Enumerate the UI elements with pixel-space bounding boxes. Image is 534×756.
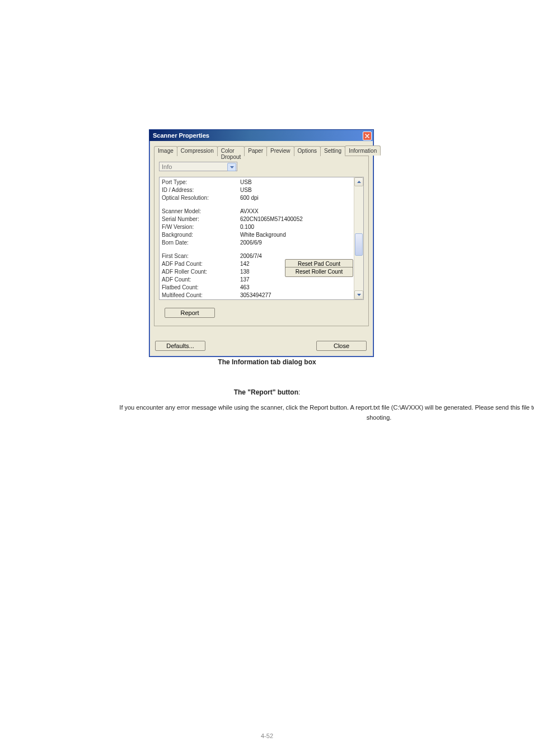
tab-options[interactable]: Options bbox=[294, 146, 321, 156]
caption-report-colon: : bbox=[298, 388, 300, 396]
label-adf-roller-count: ADF Roller Count: bbox=[162, 268, 240, 276]
value-serial-number: 620CN1065M571400052 bbox=[240, 215, 353, 223]
report-button[interactable]: Report bbox=[165, 308, 215, 318]
label-adf-count: ADF Count: bbox=[162, 276, 240, 284]
value-id-address: USB bbox=[240, 186, 353, 194]
label-born-date: Born Date: bbox=[162, 239, 240, 247]
scroll-thumb[interactable] bbox=[355, 233, 363, 256]
value-born-date: 2006/6/9 bbox=[240, 239, 353, 247]
label-first-scan: First Scan: bbox=[162, 252, 240, 260]
scroll-down-icon[interactable] bbox=[354, 290, 363, 299]
caption-report-head-bold: The "Report" button bbox=[234, 388, 298, 396]
value-multifeed-count: 3053494277 bbox=[240, 292, 353, 299]
label-adf-pad-count: ADF Pad Count: bbox=[162, 260, 240, 268]
value-adf-count: 137 bbox=[240, 276, 353, 284]
window-title: Scanner Properties bbox=[153, 132, 209, 139]
tab-information[interactable]: Information bbox=[345, 145, 381, 156]
tab-image[interactable]: Image bbox=[154, 146, 177, 156]
titlebar: Scanner Properties bbox=[149, 130, 373, 141]
label-scanner-model: Scanner Model: bbox=[162, 208, 240, 215]
value-adf-roller-count: 138 bbox=[240, 268, 282, 276]
caption-title: The Information tab dialog box bbox=[0, 358, 534, 366]
chevron-down-icon[interactable] bbox=[227, 163, 236, 171]
scrollbar[interactable] bbox=[354, 177, 363, 299]
close-icon[interactable] bbox=[363, 132, 372, 140]
defaults-button[interactable]: Defaults... bbox=[155, 341, 205, 351]
tab-setting[interactable]: Setting bbox=[320, 146, 345, 156]
label-flatbed-count: Flatbed Count: bbox=[162, 284, 240, 292]
value-jam-count: 738247176 bbox=[240, 299, 353, 300]
tab-strip: Image Compression Color Dropout Paper Pr… bbox=[154, 145, 369, 156]
label-multifeed-count: Multifeed Count: bbox=[162, 292, 240, 299]
value-background: White Background bbox=[240, 231, 353, 239]
value-fw-version: 0.100 bbox=[240, 223, 353, 231]
scanner-properties-dialog: Scanner Properties Image Compression Col… bbox=[149, 129, 374, 357]
info-combo[interactable]: Info bbox=[159, 162, 237, 171]
tabpane-information: Info Port Type:USB ID / Address:USB Opti… bbox=[154, 156, 369, 326]
caption-report-body: If you encounter any error message while… bbox=[0, 403, 534, 422]
value-adf-pad-count: 142 bbox=[240, 260, 282, 268]
tab-compression[interactable]: Compression bbox=[177, 146, 218, 156]
label-id-address: ID / Address: bbox=[162, 186, 240, 194]
info-combo-value: Info bbox=[162, 163, 172, 170]
value-optical-resolution: 600 dpi bbox=[240, 194, 353, 202]
value-scanner-model: AVXXX bbox=[240, 208, 353, 215]
label-optical-resolution: Optical Resolution: bbox=[162, 194, 240, 202]
scroll-up-icon[interactable] bbox=[354, 177, 363, 186]
caption-report-head: The "Report" button: bbox=[0, 388, 534, 396]
info-list: Port Type:USB ID / Address:USB Optical R… bbox=[159, 177, 364, 300]
label-serial-number: Serial Number: bbox=[162, 215, 240, 223]
tab-color-dropout[interactable]: Color Dropout bbox=[217, 146, 245, 156]
label-port-type: Port Type: bbox=[162, 179, 240, 186]
tab-preview[interactable]: Preview bbox=[266, 146, 294, 156]
page-number: 4-52 bbox=[0, 732, 534, 739]
label-background: Background: bbox=[162, 231, 240, 239]
close-button[interactable]: Close bbox=[316, 341, 367, 351]
label-jam-count: Jam Count: bbox=[162, 299, 240, 300]
value-port-type: USB bbox=[240, 179, 353, 186]
label-fw-version: F/W Version: bbox=[162, 223, 240, 231]
tab-paper[interactable]: Paper bbox=[244, 146, 267, 156]
value-flatbed-count: 463 bbox=[240, 284, 353, 292]
